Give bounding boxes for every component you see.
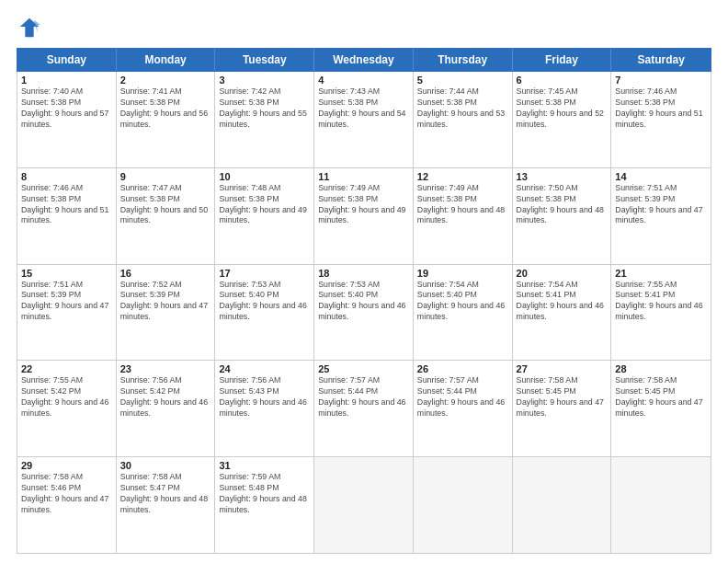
- day-info: Sunrise: 7:41 AM Sunset: 5:38 PM Dayligh…: [120, 86, 211, 131]
- calendar-cell-day-2: 2Sunrise: 7:41 AM Sunset: 5:38 PM Daylig…: [117, 72, 216, 167]
- day-info: Sunrise: 7:50 AM Sunset: 5:38 PM Dayligh…: [517, 183, 608, 227]
- day-info: Sunrise: 7:58 AM Sunset: 5:46 PM Dayligh…: [21, 472, 112, 516]
- calendar-cell-day-22: 22Sunrise: 7:55 AM Sunset: 5:42 PM Dayli…: [17, 361, 117, 456]
- day-info: Sunrise: 7:53 AM Sunset: 5:40 PM Dayligh…: [318, 280, 409, 324]
- calendar-cell-day-10: 10Sunrise: 7:48 AM Sunset: 5:38 PM Dayli…: [215, 168, 314, 264]
- header: [17, 15, 711, 40]
- day-number: 12: [417, 171, 508, 182]
- day-info: Sunrise: 7:45 AM Sunset: 5:38 PM Dayligh…: [517, 86, 608, 131]
- day-info: Sunrise: 7:51 AM Sunset: 5:39 PM Dayligh…: [615, 183, 707, 227]
- weekday-header-tuesday: Tuesday: [215, 49, 314, 71]
- day-info: Sunrise: 7:54 AM Sunset: 5:41 PM Dayligh…: [517, 280, 608, 324]
- day-number: 8: [21, 171, 112, 182]
- day-number: 21: [615, 268, 707, 279]
- day-number: 27: [517, 363, 608, 374]
- day-number: 15: [21, 268, 112, 279]
- calendar-row-2: 8Sunrise: 7:46 AM Sunset: 5:38 PM Daylig…: [17, 168, 711, 265]
- day-number: 23: [120, 363, 211, 374]
- weekday-header-thursday: Thursday: [414, 49, 513, 71]
- page: SundayMondayTuesdayWednesdayThursdayFrid…: [0, 0, 728, 563]
- calendar-cell-day-11: 11Sunrise: 7:49 AM Sunset: 5:38 PM Dayli…: [314, 168, 414, 264]
- calendar-cell-day-1: 1Sunrise: 7:40 AM Sunset: 5:38 PM Daylig…: [17, 72, 117, 167]
- calendar-cell-day-29: 29Sunrise: 7:58 AM Sunset: 5:46 PM Dayli…: [17, 457, 117, 553]
- calendar-cell-day-30: 30Sunrise: 7:58 AM Sunset: 5:47 PM Dayli…: [117, 457, 216, 553]
- calendar-cell-day-15: 15Sunrise: 7:51 AM Sunset: 5:39 PM Dayli…: [17, 265, 117, 361]
- day-info: Sunrise: 7:46 AM Sunset: 5:38 PM Dayligh…: [21, 183, 112, 227]
- calendar-row-1: 1Sunrise: 7:40 AM Sunset: 5:38 PM Daylig…: [17, 72, 711, 168]
- day-info: Sunrise: 7:57 AM Sunset: 5:44 PM Dayligh…: [318, 375, 409, 419]
- calendar-row-3: 15Sunrise: 7:51 AM Sunset: 5:39 PM Dayli…: [17, 265, 711, 362]
- day-number: 5: [417, 75, 508, 86]
- day-number: 7: [615, 75, 707, 86]
- calendar-cell-empty: [611, 457, 711, 553]
- calendar-cell-day-26: 26Sunrise: 7:57 AM Sunset: 5:44 PM Dayli…: [414, 361, 513, 456]
- calendar-cell-day-20: 20Sunrise: 7:54 AM Sunset: 5:41 PM Dayli…: [513, 265, 612, 361]
- day-info: Sunrise: 7:44 AM Sunset: 5:38 PM Dayligh…: [417, 86, 508, 131]
- calendar-cell-day-17: 17Sunrise: 7:53 AM Sunset: 5:40 PM Dayli…: [215, 265, 314, 361]
- calendar-cell-day-14: 14Sunrise: 7:51 AM Sunset: 5:39 PM Dayli…: [611, 168, 711, 264]
- calendar-cell-day-28: 28Sunrise: 7:58 AM Sunset: 5:45 PM Dayli…: [611, 361, 711, 456]
- calendar-row-4: 22Sunrise: 7:55 AM Sunset: 5:42 PM Dayli…: [17, 361, 711, 457]
- day-info: Sunrise: 7:46 AM Sunset: 5:38 PM Dayligh…: [615, 86, 707, 131]
- calendar-cell-day-13: 13Sunrise: 7:50 AM Sunset: 5:38 PM Dayli…: [513, 168, 612, 264]
- calendar-cell-day-18: 18Sunrise: 7:53 AM Sunset: 5:40 PM Dayli…: [314, 265, 414, 361]
- calendar-row-5: 29Sunrise: 7:58 AM Sunset: 5:46 PM Dayli…: [17, 457, 711, 553]
- day-info: Sunrise: 7:48 AM Sunset: 5:38 PM Dayligh…: [219, 183, 310, 227]
- calendar-cell-day-12: 12Sunrise: 7:49 AM Sunset: 5:38 PM Dayli…: [414, 168, 513, 264]
- day-info: Sunrise: 7:56 AM Sunset: 5:43 PM Dayligh…: [219, 375, 310, 419]
- day-number: 11: [318, 171, 409, 182]
- day-number: 29: [21, 460, 112, 471]
- day-number: 10: [219, 171, 310, 182]
- weekday-header-friday: Friday: [513, 49, 612, 71]
- day-number: 14: [615, 171, 707, 182]
- calendar-cell-empty: [414, 457, 513, 553]
- calendar-cell-day-6: 6Sunrise: 7:45 AM Sunset: 5:38 PM Daylig…: [513, 72, 612, 167]
- day-info: Sunrise: 7:59 AM Sunset: 5:48 PM Dayligh…: [219, 472, 310, 516]
- calendar-cell-day-7: 7Sunrise: 7:46 AM Sunset: 5:38 PM Daylig…: [611, 72, 711, 167]
- day-number: 13: [517, 171, 608, 182]
- weekday-header-wednesday: Wednesday: [314, 49, 414, 71]
- day-number: 24: [219, 363, 310, 374]
- day-number: 25: [318, 363, 409, 374]
- calendar-cell-day-31: 31Sunrise: 7:59 AM Sunset: 5:48 PM Dayli…: [215, 457, 314, 553]
- day-number: 28: [615, 363, 707, 374]
- day-info: Sunrise: 7:42 AM Sunset: 5:38 PM Dayligh…: [219, 86, 310, 131]
- logo-icon: [17, 15, 42, 40]
- day-info: Sunrise: 7:54 AM Sunset: 5:40 PM Dayligh…: [417, 280, 508, 324]
- day-number: 16: [120, 268, 211, 279]
- calendar-cell-empty: [513, 457, 612, 553]
- calendar: SundayMondayTuesdayWednesdayThursdayFrid…: [17, 48, 711, 554]
- calendar-cell-day-9: 9Sunrise: 7:47 AM Sunset: 5:38 PM Daylig…: [117, 168, 216, 264]
- day-number: 19: [417, 268, 508, 279]
- weekday-header-sunday: Sunday: [17, 49, 117, 71]
- day-number: 31: [219, 460, 310, 471]
- day-info: Sunrise: 7:52 AM Sunset: 5:39 PM Dayligh…: [120, 280, 211, 324]
- day-info: Sunrise: 7:43 AM Sunset: 5:38 PM Dayligh…: [318, 86, 409, 131]
- day-info: Sunrise: 7:57 AM Sunset: 5:44 PM Dayligh…: [417, 375, 508, 419]
- calendar-cell-day-8: 8Sunrise: 7:46 AM Sunset: 5:38 PM Daylig…: [17, 168, 117, 264]
- day-info: Sunrise: 7:56 AM Sunset: 5:42 PM Dayligh…: [120, 375, 211, 419]
- day-info: Sunrise: 7:58 AM Sunset: 5:45 PM Dayligh…: [517, 375, 608, 419]
- day-info: Sunrise: 7:58 AM Sunset: 5:45 PM Dayligh…: [615, 375, 707, 419]
- day-number: 30: [120, 460, 211, 471]
- calendar-cell-day-27: 27Sunrise: 7:58 AM Sunset: 5:45 PM Dayli…: [513, 361, 612, 456]
- weekday-header-saturday: Saturday: [611, 49, 711, 71]
- day-info: Sunrise: 7:53 AM Sunset: 5:40 PM Dayligh…: [219, 280, 310, 324]
- day-number: 3: [219, 75, 310, 86]
- calendar-cell-day-16: 16Sunrise: 7:52 AM Sunset: 5:39 PM Dayli…: [117, 265, 216, 361]
- day-number: 20: [517, 268, 608, 279]
- calendar-cell-day-5: 5Sunrise: 7:44 AM Sunset: 5:38 PM Daylig…: [414, 72, 513, 167]
- day-info: Sunrise: 7:58 AM Sunset: 5:47 PM Dayligh…: [120, 472, 211, 516]
- day-number: 2: [120, 75, 211, 86]
- day-number: 1: [21, 75, 112, 86]
- day-number: 9: [120, 171, 211, 182]
- day-info: Sunrise: 7:51 AM Sunset: 5:39 PM Dayligh…: [21, 280, 112, 324]
- calendar-cell-day-23: 23Sunrise: 7:56 AM Sunset: 5:42 PM Dayli…: [117, 361, 216, 456]
- day-number: 17: [219, 268, 310, 279]
- day-info: Sunrise: 7:55 AM Sunset: 5:42 PM Dayligh…: [21, 375, 112, 419]
- calendar-header: SundayMondayTuesdayWednesdayThursdayFrid…: [17, 48, 711, 72]
- day-number: 26: [417, 363, 508, 374]
- weekday-header-monday: Monday: [117, 49, 216, 71]
- calendar-cell-day-3: 3Sunrise: 7:42 AM Sunset: 5:38 PM Daylig…: [215, 72, 314, 167]
- day-number: 18: [318, 268, 409, 279]
